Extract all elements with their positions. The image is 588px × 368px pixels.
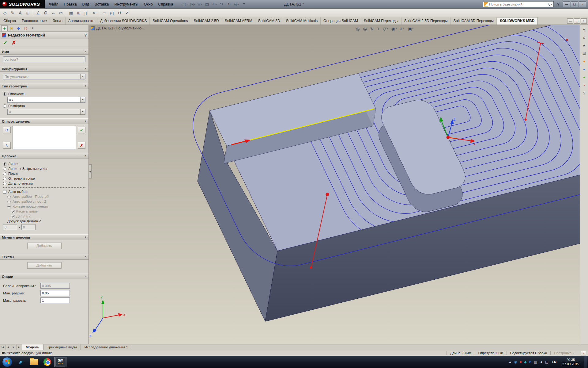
collapse-icon[interactable]: « <box>84 68 88 70</box>
tab-configurationmanager[interactable]: ◆ <box>15 25 22 31</box>
tolerance-max-input[interactable] <box>21 224 36 230</box>
save-icon[interactable]: ▽▾ <box>196 1 203 7</box>
toolbar-icon[interactable]: ⊞ <box>75 9 82 17</box>
cancel-sketch-icon[interactable]: × <box>566 37 568 42</box>
radio-auto-const-z[interactable]: Авто-выбор с пост. Z <box>7 200 85 203</box>
help-button[interactable]: ? <box>555 2 561 7</box>
taskbar-internet-explorer[interactable]: e <box>15 357 27 367</box>
section-configuration-header[interactable]: Конфигурация « <box>0 66 89 72</box>
delete-chain-button[interactable]: ✗ <box>78 142 85 149</box>
radio-arc-by-points[interactable]: Дуга по точкам <box>3 182 85 185</box>
section-texts-header[interactable]: Тексты « <box>0 254 89 260</box>
checkbox-auto-select[interactable]: Авто-выбор <box>3 190 85 194</box>
taskbar-file-explorer[interactable] <box>28 357 40 367</box>
radio-plane[interactable]: Плоскость <box>3 92 85 96</box>
volume-icon[interactable]: ◄ <box>539 360 543 364</box>
unroll-axis-select[interactable]: X ▼ <box>7 109 85 115</box>
undo-icon[interactable]: ↶▾ <box>211 1 218 7</box>
print-icon[interactable]: ▤ <box>204 1 211 7</box>
radio-line-closed-corners[interactable]: Линия + Закрытые углы <box>3 167 85 171</box>
tab-dimxpertmanager[interactable]: ◎ <box>22 25 29 31</box>
taskbar-solidworks[interactable]: SW 2015 <box>54 357 66 367</box>
chevron-down-icon[interactable]: ▼ <box>80 74 85 79</box>
tab-assembly[interactable]: Сборка <box>1 17 19 25</box>
pm-help-icon[interactable]: ? <box>85 33 87 37</box>
origin-point[interactable] <box>447 136 450 139</box>
radio-icon[interactable] <box>3 172 6 175</box>
zoom-fit-icon[interactable]: ◎ <box>355 25 361 32</box>
configuration-select[interactable]: По умолчанию ▼ <box>3 74 85 79</box>
toolbar-icon[interactable]: ◰ <box>108 9 115 17</box>
collapse-icon[interactable]: « <box>84 51 88 53</box>
spline-approx-input[interactable] <box>40 283 70 289</box>
rebuild-icon[interactable]: ↻ <box>226 1 233 7</box>
collapse-icon[interactable]: « <box>84 276 88 278</box>
taskbar-chrome[interactable] <box>41 357 53 367</box>
radio-unroll[interactable]: Развёртка <box>3 104 85 108</box>
radio-icon[interactable] <box>3 177 6 180</box>
collapse-icon[interactable]: « <box>84 85 88 87</box>
toolbar-icon[interactable]: ✎ <box>9 9 16 17</box>
tab-model[interactable]: Модель <box>22 344 43 350</box>
toolbar-icon[interactable]: ∠ <box>34 9 42 17</box>
min-gap-input[interactable] <box>40 290 70 296</box>
tab-solidworks-mbd[interactable]: SOLIDWORKS MBD <box>497 17 537 25</box>
tab-propertymanager[interactable]: ◉ <box>8 25 15 31</box>
radio-line[interactable]: Линия <box>3 162 85 166</box>
favorites-icon[interactable]: ★ <box>581 42 587 48</box>
viewport-3d-scene[interactable]: x Z Y X Z <box>89 25 580 344</box>
tab-featuremanager[interactable]: ◈ <box>1 25 8 31</box>
toolbar-icon[interactable]: A <box>17 9 24 17</box>
tab-motion-study[interactable]: Исследование движения 1 <box>81 344 132 350</box>
bluetooth-icon[interactable]: B <box>529 360 531 364</box>
toolbar-icon[interactable]: ✓ <box>123 9 131 17</box>
tab-3d-views[interactable]: Трехмерные виды <box>43 344 81 350</box>
menu-view[interactable]: Вид <box>79 1 92 8</box>
doc-restore-button[interactable]: ▢ <box>574 18 580 24</box>
view-orientation-icon[interactable]: ◇▾ <box>382 25 389 32</box>
doc-close-button[interactable]: × <box>581 18 587 24</box>
show-hidden-icons[interactable]: ▲ <box>508 360 512 364</box>
tab-solidcam-25d-transitions[interactable]: SolidCAM 2.5D Переходы <box>401 17 451 25</box>
name-input[interactable] <box>3 56 85 62</box>
toolbar-icon[interactable]: ▱ <box>100 9 108 17</box>
tab-evaluate[interactable]: Анализировать <box>66 17 97 25</box>
pm-cancel-button[interactable]: ✗ <box>12 40 16 46</box>
status-help-button[interactable]: ? <box>581 351 586 355</box>
tab-scroll-right-icon[interactable]: ▶ <box>11 344 17 350</box>
chevron-down-icon[interactable]: ▼ <box>80 109 85 114</box>
radio-icon[interactable] <box>3 182 6 185</box>
collapse-icon[interactable]: « <box>84 236 88 238</box>
radio-icon[interactable] <box>7 195 11 198</box>
radio-icon[interactable] <box>3 92 6 96</box>
file-properties-icon[interactable]: ≡ <box>240 1 247 7</box>
toolbar-icon[interactable]: Ø <box>42 9 49 17</box>
close-button[interactable]: × <box>579 2 586 7</box>
toolbar-icon[interactable]: ◇ <box>1 9 9 17</box>
panel-splitter-handle[interactable]: ◀ <box>89 164 92 178</box>
collapse-icon[interactable]: « <box>84 256 88 258</box>
toolbar-icon[interactable]: ≈ <box>90 9 98 17</box>
new-document-icon[interactable]: ▢▾ <box>182 1 189 7</box>
collapse-icon[interactable]: « <box>84 121 88 122</box>
home-icon[interactable]: ⌂ <box>581 34 587 40</box>
action-center-icon[interactable]: ◫ <box>545 360 548 364</box>
toolbar-icon[interactable]: ↔ <box>50 9 57 17</box>
section-chain-header[interactable]: Цепочка « <box>0 153 89 159</box>
undo-chain-button[interactable]: ↺ <box>3 127 11 133</box>
appearance-icon[interactable]: ◐▾ <box>399 25 405 32</box>
tab-solidcam-3d[interactable]: SolidCAM 3D <box>255 17 283 25</box>
toolbar-icon[interactable]: ✂ <box>57 9 65 17</box>
tab-scroll-last-icon[interactable]: ▶| <box>17 344 22 350</box>
tab-addins[interactable]: Добавления SOLIDWORKS <box>97 17 150 25</box>
tab-solidcam-operations[interactable]: SolidCAM Operations <box>150 17 191 25</box>
solidcam-tool-icon[interactable]: ● <box>581 58 587 64</box>
zoom-area-icon[interactable]: ◎ <box>362 25 368 32</box>
restore-button[interactable]: ▢ <box>571 2 578 7</box>
tab-sketch[interactable]: Эскиз <box>50 17 66 25</box>
search-icon[interactable] <box>547 3 549 5</box>
max-gap-input[interactable] <box>40 297 70 303</box>
chain-listbox[interactable] <box>13 126 76 149</box>
menu-tools[interactable]: Инструменты <box>112 1 141 8</box>
section-options-header[interactable]: Опции « <box>0 274 89 279</box>
